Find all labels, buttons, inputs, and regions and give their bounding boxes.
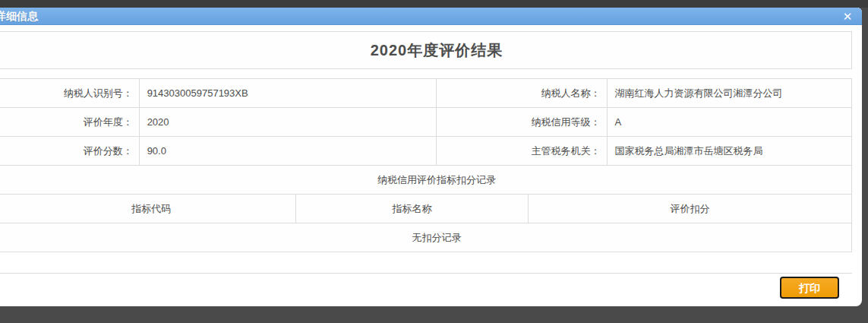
- dialog-titlebar-label: 详细信息: [0, 8, 38, 25]
- column-header-indicator-name: 指标名称: [296, 195, 528, 223]
- deduction-section-row: 纳税信用评价指标扣分记录: [0, 166, 851, 195]
- close-icon[interactable]: ✕: [839, 8, 856, 25]
- browser-chrome-strip: [0, 0, 868, 8]
- field-value-credit-grade: A: [608, 108, 851, 136]
- print-button[interactable]: 打印: [780, 277, 839, 299]
- field-label-eval-year: 评价年度：: [0, 108, 140, 136]
- table-row: 纳税人识别号： 9143030059757193XB 纳税人名称： 湖南红海人力…: [0, 79, 851, 108]
- evaluation-info-table: 纳税人识别号： 9143030059757193XB 纳税人名称： 湖南红海人力…: [0, 78, 852, 252]
- table-row: 评价分数： 90.0 主管税务机关： 国家税务总局湘潭市岳塘区税务局: [0, 137, 851, 166]
- field-value-taxpayer-name: 湖南红海人力资源有限公司湘潭分公司: [608, 79, 851, 107]
- field-value-taxpayer-id: 9143030059757193XB: [140, 79, 437, 107]
- deduction-section-title: 纳税信用评价指标扣分记录: [0, 166, 851, 194]
- detail-dialog: 详细信息 ✕ 2020年度评价结果 纳税人识别号： 91430300597571…: [0, 8, 862, 306]
- deduction-header-row: 指标代码 指标名称 评价扣分: [0, 195, 851, 223]
- footer-divider: [0, 273, 852, 274]
- page-title: 2020年度评价结果: [371, 40, 503, 61]
- field-label-credit-grade: 纳税信用等级：: [437, 108, 608, 136]
- empty-records-message: 无扣分记录: [0, 223, 851, 252]
- column-header-indicator-code: 指标代码: [0, 195, 296, 223]
- field-label-taxpayer-id: 纳税人识别号：: [0, 79, 140, 107]
- field-label-taxpayer-name: 纳税人名称：: [437, 79, 608, 107]
- field-label-tax-authority: 主管税务机关：: [437, 137, 608, 165]
- screen: 详细信息 ✕ 2020年度评价结果 纳税人识别号： 91430300597571…: [0, 0, 868, 323]
- table-row: 评价年度： 2020 纳税信用等级： A: [0, 108, 851, 137]
- dialog-titlebar: 详细信息 ✕: [0, 8, 862, 25]
- field-value-tax-authority: 国家税务总局湘潭市岳塘区税务局: [608, 137, 851, 165]
- field-label-eval-score: 评价分数：: [0, 137, 140, 165]
- deduction-empty-row: 无扣分记录: [0, 223, 851, 252]
- column-header-deduction: 评价扣分: [529, 195, 851, 223]
- result-title-box: 2020年度评价结果: [0, 31, 852, 69]
- field-value-eval-score: 90.0: [140, 137, 437, 165]
- field-value-eval-year: 2020: [140, 108, 437, 136]
